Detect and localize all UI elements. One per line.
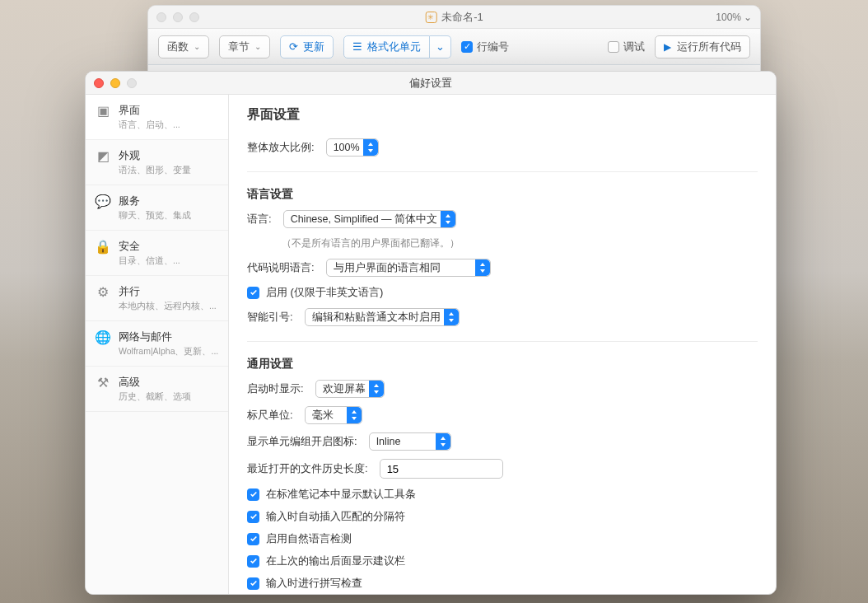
general-section-heading: 通用设置 xyxy=(247,357,758,372)
format-cell-menu[interactable]: ⌄ xyxy=(430,35,451,58)
ruler-value: 毫米 xyxy=(312,409,334,423)
refresh-button[interactable]: ⟳ 更新 xyxy=(280,35,334,58)
ruler-label: 标尺单位: xyxy=(247,408,293,423)
line-number-checkbox[interactable]: ✓ 行编号 xyxy=(461,40,509,54)
check-icon xyxy=(250,490,258,498)
run-all-button[interactable]: ▶ 运行所有代码 xyxy=(655,35,750,58)
format-cell-button[interactable]: ☰ 格式化单元 xyxy=(343,35,430,58)
refresh-label: 更新 xyxy=(303,40,324,54)
zoom-display[interactable]: 100% ⌄ xyxy=(716,12,752,23)
check-icon xyxy=(250,557,258,565)
magnification-value: 100% xyxy=(334,142,360,153)
suggestion-bar-checkbox[interactable] xyxy=(247,555,259,568)
default-toolbar-checkbox[interactable] xyxy=(247,488,259,501)
startup-label: 启动时显示: xyxy=(247,381,304,396)
maximize-icon[interactable] xyxy=(189,12,199,22)
chevron-down-icon: ⌄ xyxy=(436,40,445,53)
lock-icon: 🔒 xyxy=(96,239,110,254)
startup-value: 欢迎屏幕 xyxy=(323,382,366,396)
language-hint: （不是所有语言的用户界面都已翻译。） xyxy=(282,236,758,250)
check-icon xyxy=(250,288,258,297)
sidebar-item-advanced[interactable]: ⚒ 高级 历史、截断、选项 xyxy=(86,367,228,412)
chevron-down-icon: ⌄ xyxy=(744,12,752,23)
sidebar-item-interface[interactable]: ▣ 界面 语言、启动、... xyxy=(86,95,228,140)
sidebar-item-label: 服务 xyxy=(119,194,191,208)
code-lang-select[interactable]: 与用户界面的语言相同 xyxy=(326,259,491,277)
sidebar-item-sub: 聊天、预览、集成 xyxy=(119,210,191,222)
sidebar-item-label: 界面 xyxy=(119,103,180,118)
history-label: 最近打开的文件历史长度: xyxy=(247,461,368,476)
services-icon: 💬 xyxy=(96,194,110,208)
format-cell-label: 格式化单元 xyxy=(367,40,421,54)
check-icon xyxy=(250,535,258,543)
spellcheck-label: 输入时进行拼写检查 xyxy=(266,576,362,591)
sidebar-item-label: 外观 xyxy=(119,148,191,163)
zoom-value: 100% xyxy=(716,12,741,23)
ruler-select[interactable]: 毫米 xyxy=(305,406,362,424)
sidebar-item-internet[interactable]: 🌐 网络与邮件 Wolfram|Alpha、更新、... xyxy=(86,321,228,367)
function-label: 函数 xyxy=(167,40,189,54)
check-icon xyxy=(250,579,258,587)
preferences-window: 偏好设置 ▣ 界面 语言、启动、... ◩ 外观 语法、图形、变量 💬 xyxy=(85,71,777,595)
smart-quotes-select[interactable]: 编辑和粘贴普通文本时启用 xyxy=(305,308,460,326)
sidebar-item-services[interactable]: 💬 服务 聊天、预览、集成 xyxy=(86,185,228,231)
parallel-icon: ⚙ xyxy=(96,284,110,299)
smart-quotes-value: 编辑和粘贴普通文本时启用 xyxy=(312,311,441,325)
function-dropdown[interactable]: 函数 ⌄ xyxy=(158,35,209,58)
prefs-title: 偏好设置 xyxy=(409,76,452,91)
auto-delimiters-checkbox[interactable] xyxy=(247,511,259,523)
notebook-titlebar: ✳ 未命名-1 100% ⌄ xyxy=(148,6,760,29)
minimize-icon[interactable] xyxy=(173,12,183,22)
run-all-label: 运行所有代码 xyxy=(677,40,741,54)
line-number-label: 行编号 xyxy=(477,40,509,54)
checkbox-unchecked-icon xyxy=(608,41,619,53)
format-icon: ☰ xyxy=(352,40,362,53)
chapter-dropdown[interactable]: 章节 ⌄ xyxy=(219,35,270,58)
history-input[interactable] xyxy=(380,459,503,479)
checkbox-checked-icon: ✓ xyxy=(461,41,473,53)
chevron-down-icon: ⌄ xyxy=(254,42,261,51)
window-controls[interactable] xyxy=(156,12,199,22)
sidebar-item-label: 网络与邮件 xyxy=(119,330,218,344)
select-arrows-icon xyxy=(441,211,455,227)
play-icon: ▶ xyxy=(664,41,671,53)
nl-detection-checkbox[interactable] xyxy=(247,533,259,545)
chevron-down-icon: ⌄ xyxy=(194,42,200,51)
appearance-icon: ◩ xyxy=(96,148,110,163)
magnification-select[interactable]: 100% xyxy=(326,138,379,157)
sidebar-item-label: 安全 xyxy=(119,239,180,254)
maximize-icon[interactable] xyxy=(127,78,137,88)
select-arrows-icon xyxy=(369,381,384,397)
sidebar-item-sub: 目录、信道、... xyxy=(119,255,180,267)
language-label: 语言: xyxy=(247,212,272,227)
select-arrows-icon xyxy=(363,139,378,156)
prefs-sidebar: ▣ 界面 语言、启动、... ◩ 外观 语法、图形、变量 💬 服务 聊天、预览、… xyxy=(86,95,229,594)
minimize-icon[interactable] xyxy=(110,78,120,88)
opener-select[interactable]: Inline xyxy=(369,432,451,451)
default-toolbar-label: 在标准笔记本中显示默认工具条 xyxy=(266,487,416,502)
notebook-toolbar: 函数 ⌄ 章节 ⌄ ⟳ 更新 ☰ 格式化单元 ⌄ ✓ 行编号 调试 xyxy=(148,29,760,65)
content-heading: 界面设置 xyxy=(247,106,758,124)
sidebar-item-sub: 本地内核、远程内核、... xyxy=(119,301,217,312)
format-cell-split-button[interactable]: ☰ 格式化单元 ⌄ xyxy=(343,35,451,58)
sidebar-item-security[interactable]: 🔒 安全 目录、信道、... xyxy=(86,231,228,276)
sidebar-item-appearance[interactable]: ◩ 外观 语法、图形、变量 xyxy=(86,140,228,185)
lang-section-heading: 语言设置 xyxy=(247,187,758,202)
debug-checkbox[interactable]: 调试 xyxy=(608,40,645,54)
select-arrows-icon xyxy=(444,309,459,325)
suggestion-bar-label: 在上次的输出后面显示建议栏 xyxy=(266,554,405,568)
close-icon[interactable] xyxy=(156,12,166,22)
close-icon[interactable] xyxy=(94,78,104,88)
enable-code-caption-checkbox[interactable] xyxy=(247,287,259,299)
notebook-badge-icon: ✳ xyxy=(425,12,436,23)
refresh-icon: ⟳ xyxy=(289,40,298,53)
notebook-title: ✳ 未命名-1 xyxy=(425,10,483,25)
language-select[interactable]: Chinese, Simplified — 简体中文 xyxy=(283,210,456,228)
select-arrows-icon xyxy=(436,433,450,450)
language-value: Chinese, Simplified — 简体中文 xyxy=(291,213,437,227)
window-controls[interactable] xyxy=(94,78,137,88)
spellcheck-checkbox[interactable] xyxy=(247,577,259,590)
startup-select[interactable]: 欢迎屏幕 xyxy=(315,380,385,398)
globe-icon: 🌐 xyxy=(96,330,110,344)
sidebar-item-parallel[interactable]: ⚙ 并行 本地内核、远程内核、... xyxy=(86,276,228,321)
